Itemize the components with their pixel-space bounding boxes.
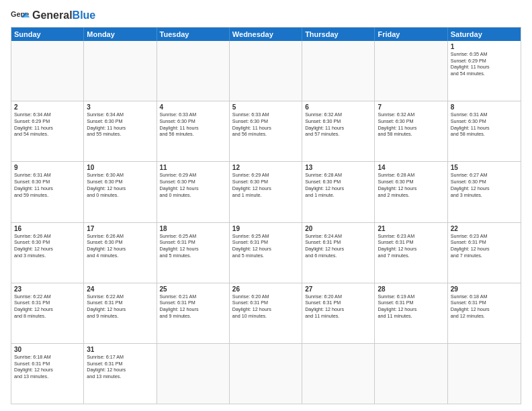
day-number: 23 — [14, 285, 81, 293]
day-info: Sunrise: 6:23 AM Sunset: 6:31 PM Dayligh… — [378, 233, 444, 259]
calendar-cell: 9Sunrise: 6:31 AM Sunset: 6:30 PM Daylig… — [11, 162, 84, 222]
logo-text: GeneralBlue — [32, 10, 95, 21]
calendar-cell — [230, 41, 302, 101]
day-info: Sunrise: 6:26 AM Sunset: 6:30 PM Dayligh… — [87, 233, 153, 259]
calendar-cell — [375, 344, 447, 404]
calendar-row-3: 16Sunrise: 6:26 AM Sunset: 6:30 PM Dayli… — [11, 223, 521, 283]
calendar-cell: 28Sunrise: 6:19 AM Sunset: 6:31 PM Dayli… — [375, 283, 447, 343]
calendar-cell: 14Sunrise: 6:28 AM Sunset: 6:30 PM Dayli… — [375, 162, 447, 222]
calendar-cell: 16Sunrise: 6:26 AM Sunset: 6:30 PM Dayli… — [11, 223, 84, 283]
day-number: 1 — [451, 43, 518, 50]
day-number: 27 — [305, 285, 371, 293]
calendar-cell: 6Sunrise: 6:32 AM Sunset: 6:30 PM Daylig… — [302, 101, 375, 161]
day-number: 22 — [451, 225, 518, 232]
calendar-cell: 24Sunrise: 6:22 AM Sunset: 6:31 PM Dayli… — [84, 283, 157, 343]
calendar-cell: 19Sunrise: 6:25 AM Sunset: 6:31 PM Dayli… — [230, 223, 302, 283]
calendar-cell: 21Sunrise: 6:23 AM Sunset: 6:31 PM Dayli… — [375, 223, 447, 283]
calendar-cell: 26Sunrise: 6:20 AM Sunset: 6:31 PM Dayli… — [230, 283, 302, 343]
day-number: 12 — [232, 164, 299, 171]
calendar-cell — [302, 41, 375, 101]
calendar-cell: 12Sunrise: 6:29 AM Sunset: 6:30 PM Dayli… — [230, 162, 302, 222]
weekday-header-monday: Monday — [84, 28, 157, 41]
day-number: 17 — [87, 225, 153, 232]
day-info: Sunrise: 6:17 AM Sunset: 6:31 PM Dayligh… — [87, 354, 153, 380]
day-info: Sunrise: 6:21 AM Sunset: 6:31 PM Dayligh… — [160, 293, 226, 320]
calendar-cell: 8Sunrise: 6:31 AM Sunset: 6:30 PM Daylig… — [448, 101, 521, 161]
day-number: 8 — [451, 103, 518, 111]
day-info: Sunrise: 6:30 AM Sunset: 6:30 PM Dayligh… — [87, 172, 153, 198]
day-number: 20 — [305, 225, 371, 232]
calendar-cell: 1Sunrise: 6:35 AM Sunset: 6:29 PM Daylig… — [448, 41, 521, 101]
day-info: Sunrise: 6:18 AM Sunset: 6:31 PM Dayligh… — [451, 293, 518, 320]
day-number: 18 — [160, 225, 226, 232]
calendar-cell: 7Sunrise: 6:32 AM Sunset: 6:30 PM Daylig… — [375, 101, 447, 161]
day-number: 31 — [87, 346, 153, 353]
calendar-cell: 4Sunrise: 6:33 AM Sunset: 6:30 PM Daylig… — [157, 101, 230, 161]
calendar-cell: 13Sunrise: 6:28 AM Sunset: 6:30 PM Dayli… — [302, 162, 375, 222]
calendar-cell: 5Sunrise: 6:33 AM Sunset: 6:30 PM Daylig… — [230, 101, 302, 161]
calendar-cell: 11Sunrise: 6:29 AM Sunset: 6:30 PM Dayli… — [157, 162, 230, 222]
calendar-cell: 31Sunrise: 6:17 AM Sunset: 6:31 PM Dayli… — [84, 344, 157, 404]
day-number: 4 — [160, 103, 226, 111]
calendar-cell: 25Sunrise: 6:21 AM Sunset: 6:31 PM Dayli… — [157, 283, 230, 343]
day-number: 9 — [14, 164, 81, 171]
day-info: Sunrise: 6:25 AM Sunset: 6:31 PM Dayligh… — [160, 233, 226, 259]
day-number: 19 — [232, 225, 299, 232]
calendar-cell: 17Sunrise: 6:26 AM Sunset: 6:30 PM Dayli… — [84, 223, 157, 283]
day-number: 21 — [378, 225, 444, 232]
calendar-cell: 15Sunrise: 6:27 AM Sunset: 6:30 PM Dayli… — [448, 162, 521, 222]
day-info: Sunrise: 6:33 AM Sunset: 6:30 PM Dayligh… — [232, 111, 299, 138]
calendar-cell — [302, 344, 375, 404]
calendar-cell: 30Sunrise: 6:18 AM Sunset: 6:31 PM Dayli… — [11, 344, 84, 404]
day-info: Sunrise: 6:24 AM Sunset: 6:31 PM Dayligh… — [305, 233, 371, 259]
day-info: Sunrise: 6:32 AM Sunset: 6:30 PM Dayligh… — [305, 111, 371, 138]
day-number: 29 — [451, 285, 518, 293]
day-number: 26 — [232, 285, 299, 293]
logo: General GeneralBlue — [11, 8, 95, 23]
calendar-cell — [11, 41, 84, 101]
day-number: 13 — [305, 164, 371, 171]
day-info: Sunrise: 6:29 AM Sunset: 6:30 PM Dayligh… — [232, 172, 299, 198]
day-info: Sunrise: 6:27 AM Sunset: 6:30 PM Dayligh… — [451, 172, 518, 198]
calendar-body: 1Sunrise: 6:35 AM Sunset: 6:29 PM Daylig… — [11, 41, 521, 404]
day-number: 11 — [160, 164, 226, 171]
day-info: Sunrise: 6:22 AM Sunset: 6:31 PM Dayligh… — [87, 293, 153, 320]
day-info: Sunrise: 6:32 AM Sunset: 6:30 PM Dayligh… — [378, 111, 444, 138]
day-info: Sunrise: 6:31 AM Sunset: 6:30 PM Dayligh… — [14, 172, 81, 198]
day-info: Sunrise: 6:20 AM Sunset: 6:31 PM Dayligh… — [232, 293, 299, 320]
calendar-row-5: 30Sunrise: 6:18 AM Sunset: 6:31 PM Dayli… — [11, 344, 521, 404]
day-info: Sunrise: 6:25 AM Sunset: 6:31 PM Dayligh… — [232, 233, 299, 259]
day-info: Sunrise: 6:29 AM Sunset: 6:30 PM Dayligh… — [160, 172, 226, 198]
day-info: Sunrise: 6:19 AM Sunset: 6:31 PM Dayligh… — [378, 293, 444, 320]
calendar-cell: 20Sunrise: 6:24 AM Sunset: 6:31 PM Dayli… — [302, 223, 375, 283]
weekday-header-friday: Friday — [375, 28, 447, 41]
day-info: Sunrise: 6:34 AM Sunset: 6:29 PM Dayligh… — [14, 111, 81, 138]
calendar-row-4: 23Sunrise: 6:22 AM Sunset: 6:31 PM Dayli… — [11, 283, 521, 344]
calendar-cell — [157, 344, 230, 404]
logo-icon: General — [11, 8, 30, 23]
day-info: Sunrise: 6:23 AM Sunset: 6:31 PM Dayligh… — [451, 233, 518, 259]
day-number: 2 — [14, 103, 81, 111]
day-info: Sunrise: 6:33 AM Sunset: 6:30 PM Dayligh… — [160, 111, 226, 138]
day-number: 30 — [14, 346, 81, 353]
day-info: Sunrise: 6:22 AM Sunset: 6:31 PM Dayligh… — [14, 293, 81, 320]
calendar-cell: 3Sunrise: 6:34 AM Sunset: 6:30 PM Daylig… — [84, 101, 157, 161]
calendar-cell: 10Sunrise: 6:30 AM Sunset: 6:30 PM Dayli… — [84, 162, 157, 222]
day-number: 3 — [87, 103, 153, 111]
calendar: SundayMondayTuesdayWednesdayThursdayFrid… — [11, 27, 521, 404]
calendar-cell — [230, 344, 302, 404]
weekday-header-wednesday: Wednesday — [230, 28, 302, 41]
day-number: 7 — [378, 103, 444, 111]
day-info: Sunrise: 6:35 AM Sunset: 6:29 PM Dayligh… — [451, 51, 518, 77]
calendar-cell — [375, 41, 447, 101]
calendar-header: SundayMondayTuesdayWednesdayThursdayFrid… — [11, 28, 521, 41]
day-number: 16 — [14, 225, 81, 232]
calendar-cell — [157, 41, 230, 101]
weekday-header-sunday: Sunday — [11, 28, 84, 41]
day-number: 10 — [87, 164, 153, 171]
day-number: 15 — [451, 164, 518, 171]
day-number: 28 — [378, 285, 444, 293]
day-info: Sunrise: 6:26 AM Sunset: 6:30 PM Dayligh… — [14, 233, 81, 259]
weekday-header-tuesday: Tuesday — [157, 28, 230, 41]
day-info: Sunrise: 6:28 AM Sunset: 6:30 PM Dayligh… — [378, 172, 444, 198]
